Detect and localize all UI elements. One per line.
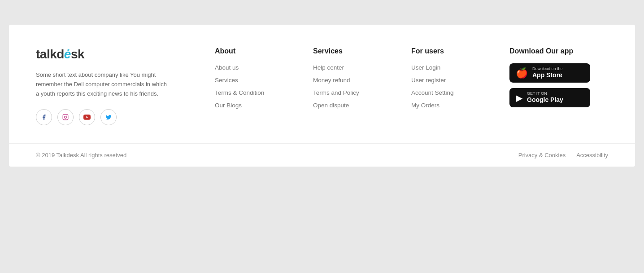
money-refund-link[interactable]: Money refund — [313, 77, 350, 84]
user-login-link[interactable]: User Login — [411, 64, 440, 71]
google-play-text: GET IT ON Google Play — [527, 92, 563, 104]
svg-point-1 — [65, 116, 67, 119]
account-setting-link[interactable]: Account Setting — [411, 89, 454, 96]
svg-rect-0 — [63, 115, 68, 120]
google-play-icon: ▶ — [516, 92, 522, 103]
app-store-small: Download on the — [532, 67, 563, 71]
our-blogs-link[interactable]: Our Blogs — [215, 102, 242, 109]
for-users-links: User Login User register Account Setting… — [411, 63, 492, 109]
for-users-title: For users — [411, 47, 492, 55]
list-item: Account Setting — [411, 88, 492, 97]
about-links: About us Services Terms & Condition Our … — [215, 63, 296, 109]
about-title: About — [215, 47, 296, 55]
about-us-link[interactable]: About us — [215, 64, 239, 71]
services-title: Services — [313, 47, 394, 55]
list-item: Services — [215, 76, 296, 84]
twitter-icon[interactable] — [100, 109, 117, 125]
terms-condition-link[interactable]: Terms & Condition — [215, 89, 264, 96]
list-item: User register — [411, 76, 492, 84]
download-title: Download Our app — [509, 47, 608, 55]
footer-bottom-links: Privacy & Cookies Accessibility — [518, 152, 608, 159]
list-item: About us — [215, 63, 296, 71]
open-dispute-link[interactable]: Open dispute — [313, 102, 349, 109]
google-play-large: Google Play — [527, 96, 563, 104]
list-item: Our Blogs — [215, 101, 296, 109]
logo-accent: ė — [64, 47, 71, 61]
footer-download: Download Our app 🍎 Download on the App S… — [509, 47, 608, 125]
list-item: User Login — [411, 63, 492, 71]
apple-icon: 🍎 — [516, 67, 528, 79]
my-orders-link[interactable]: My Orders — [411, 102, 439, 109]
services-link[interactable]: Services — [215, 77, 238, 84]
instagram-icon[interactable] — [57, 109, 74, 125]
footer-main: talkdėsk Some short text about company l… — [9, 25, 635, 143]
footer-col-users: For users User Login User register Accou… — [411, 47, 492, 125]
facebook-icon[interactable] — [36, 109, 52, 125]
privacy-cookies-link[interactable]: Privacy & Cookies — [518, 152, 566, 159]
youtube-icon[interactable] — [79, 109, 95, 125]
list-item: Money refund — [313, 76, 394, 84]
list-item: Terms and Policy — [313, 88, 394, 97]
logo: talkdėsk — [36, 47, 197, 62]
list-item: My Orders — [411, 101, 492, 109]
brand-description: Some short text about company like You m… — [36, 70, 170, 98]
app-store-button[interactable]: 🍎 Download on the App Store — [509, 63, 590, 83]
google-play-button[interactable]: ▶ GET IT ON Google Play — [509, 88, 590, 107]
footer-bottom: © 2019 Talkdesk All rights resetved Priv… — [9, 143, 635, 167]
app-store-large: App Store — [532, 71, 563, 79]
copyright-text: © 2019 Talkdesk All rights resetved — [36, 152, 126, 159]
svg-point-2 — [67, 116, 67, 116]
footer: talkdėsk Some short text about company l… — [9, 25, 635, 167]
footer-brand: talkdėsk Some short text about company l… — [36, 47, 197, 125]
list-item: Help center — [313, 63, 394, 71]
social-icons — [36, 109, 197, 125]
list-item: Terms & Condition — [215, 88, 296, 97]
app-store-text: Download on the App Store — [532, 67, 563, 79]
logo-text: talkdėsk — [36, 47, 84, 62]
help-center-link[interactable]: Help center — [313, 64, 344, 71]
footer-col-services: Services Help center Money refund Terms … — [313, 47, 394, 125]
accessibility-link[interactable]: Accessibility — [576, 152, 608, 159]
user-register-link[interactable]: User register — [411, 77, 446, 84]
list-item: Open dispute — [313, 101, 394, 109]
terms-policy-link[interactable]: Terms and Policy — [313, 89, 359, 96]
footer-col-about: About About us Services Terms & Conditio… — [215, 47, 296, 125]
services-links: Help center Money refund Terms and Polic… — [313, 63, 394, 109]
google-play-small: GET IT ON — [527, 92, 563, 96]
